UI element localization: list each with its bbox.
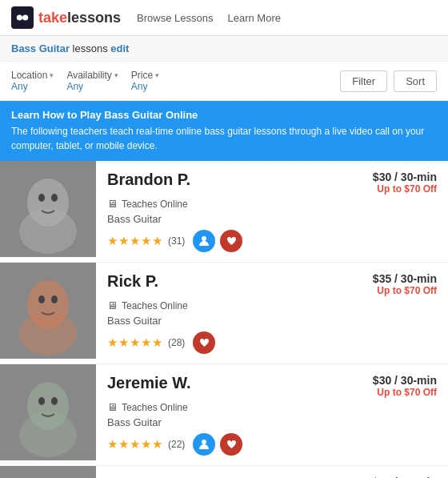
profile-button[interactable] xyxy=(193,230,215,252)
teacher-name: Jeremie W. xyxy=(107,374,191,392)
teacher-card: Rick P. $35 / 30-min Up to $70 Off 🖥 Tea… xyxy=(0,263,448,364)
info-banner: Learn How to Play Bass Guitar Online The… xyxy=(0,101,448,161)
teacher-specialty: Bass Guitar xyxy=(107,416,437,428)
review-count: (31) xyxy=(168,235,185,247)
price-chevron-icon: ▾ xyxy=(155,71,159,79)
teacher-header: Jeremie W. $30 / 30-min Up to $70 Off xyxy=(107,374,437,398)
teacher-price: $30 / 30-min xyxy=(373,374,437,387)
price-filter[interactable]: Price ▾ Any xyxy=(131,70,159,92)
stars-row: ★★★★★ (22) xyxy=(107,433,437,456)
teacher-photo xyxy=(0,466,96,478)
price-info: $35 / 30-min Up to $70 Off xyxy=(373,272,437,296)
teacher-photo xyxy=(0,364,96,465)
logo-icon xyxy=(11,6,34,29)
teacher-header: Rick P. $35 / 30-min Up to $70 Off xyxy=(107,272,437,296)
teaches-online-label: Teaches Online xyxy=(122,199,188,210)
favorite-button[interactable] xyxy=(220,230,242,252)
availability-filter-label: Availability ▾ xyxy=(66,70,118,81)
teacher-discount: Up to $70 Off xyxy=(373,183,437,195)
rating-stars: ★★★★★ xyxy=(107,335,163,350)
location-chevron-icon: ▾ xyxy=(50,71,54,79)
svg-point-5 xyxy=(51,194,58,202)
location-filter[interactable]: Location ▾ Any xyxy=(11,70,54,92)
profile-button[interactable] xyxy=(193,433,215,456)
availability-filter-value: Any xyxy=(66,81,118,92)
teacher-specialty: Bass Guitar xyxy=(107,213,437,225)
svg-point-10 xyxy=(51,295,58,303)
availability-filter[interactable]: Availability ▾ Any xyxy=(66,70,118,92)
teaches-online: 🖥 Teaches Online xyxy=(107,198,437,210)
teacher-discount: Up to $70 Off xyxy=(373,387,437,398)
teacher-photo xyxy=(0,263,96,364)
price-info: $30 / 30-min Up to $70 Off xyxy=(373,374,437,398)
teacher-name: Rick P. xyxy=(107,272,158,291)
nav-learn-more[interactable]: Learn More xyxy=(227,12,280,24)
teacher-info: Brandon P. $30 / 30-min Up to $70 Off 🖥 … xyxy=(96,161,448,262)
review-count: (28) xyxy=(168,337,185,348)
svg-point-13 xyxy=(38,397,45,405)
svg-point-4 xyxy=(38,194,45,202)
monitor-icon: 🖥 xyxy=(107,401,118,413)
banner-title: Learn How to Play Bass Guitar Online xyxy=(11,109,437,121)
teacher-name: Brandon P. xyxy=(107,171,190,189)
filter-sort-buttons: Filter Sort xyxy=(340,70,437,92)
teacher-info: Brian G. $50 / 45-min Up to $70 Off 🖥 Te… xyxy=(96,466,448,478)
breadcrumb: Bass Guitar lessons edit xyxy=(0,36,448,62)
price-filter-value: Any xyxy=(131,81,159,92)
svg-point-1 xyxy=(22,14,28,20)
logo-text: takelessons xyxy=(38,10,121,26)
availability-chevron-icon: ▾ xyxy=(114,71,118,79)
stars-row: ★★★★★ (28) xyxy=(107,331,437,354)
svg-point-9 xyxy=(38,295,45,303)
svg-point-3 xyxy=(19,209,77,254)
favorite-button[interactable] xyxy=(193,331,215,354)
nav-browse-lessons[interactable]: Browse Lessons xyxy=(137,12,213,24)
location-filter-value: Any xyxy=(11,81,54,92)
teaches-online: 🖥 Teaches Online xyxy=(107,401,437,413)
logo-accent: take xyxy=(38,10,67,26)
teaches-online-label: Teaches Online xyxy=(122,402,188,413)
teaches-online: 🖥 Teaches Online xyxy=(107,299,437,311)
rating-stars: ★★★★★ xyxy=(107,234,163,248)
svg-point-12 xyxy=(19,412,77,457)
teacher-card: Brandon P. $30 / 30-min Up to $70 Off 🖥 … xyxy=(0,161,448,263)
teacher-specialty: Bass Guitar xyxy=(107,315,437,327)
breadcrumb-subject[interactable]: Bass Guitar xyxy=(11,42,70,54)
teacher-discount: Up to $70 Off xyxy=(373,285,437,296)
location-filter-label: Location ▾ xyxy=(11,70,54,81)
svg-point-0 xyxy=(17,14,22,20)
rating-stars: ★★★★★ xyxy=(107,437,163,452)
monitor-icon: 🖥 xyxy=(107,198,118,210)
teacher-photo-img xyxy=(0,161,96,257)
teacher-photo-img xyxy=(0,263,96,359)
header: takelessons Browse Lessons Learn More xyxy=(0,0,448,36)
teacher-list: Brandon P. $30 / 30-min Up to $70 Off 🖥 … xyxy=(0,161,448,478)
sort-button[interactable]: Sort xyxy=(394,70,437,92)
monitor-icon: 🖥 xyxy=(107,299,118,311)
price-info: $30 / 30-min Up to $70 Off xyxy=(373,171,437,195)
svg-point-6 xyxy=(202,236,206,241)
stars-row: ★★★★★ (31) xyxy=(107,230,437,252)
teacher-info: Rick P. $35 / 30-min Up to $70 Off 🖥 Tea… xyxy=(96,263,448,364)
teacher-info: Jeremie W. $30 / 30-min Up to $70 Off 🖥 … xyxy=(96,364,448,465)
action-buttons xyxy=(193,331,215,354)
action-buttons xyxy=(193,230,242,252)
teaches-online-label: Teaches Online xyxy=(122,300,188,311)
teacher-card: Jeremie W. $30 / 30-min Up to $70 Off 🖥 … xyxy=(0,364,448,466)
action-buttons xyxy=(193,433,242,456)
teacher-price: $35 / 30-min xyxy=(373,272,437,285)
teacher-photo-img xyxy=(0,364,96,460)
svg-point-15 xyxy=(202,440,206,444)
review-count: (22) xyxy=(168,439,185,450)
teacher-header: Brandon P. $30 / 30-min Up to $70 Off xyxy=(107,171,437,195)
filters-bar: Location ▾ Any Availability ▾ Any Price … xyxy=(0,62,448,101)
breadcrumb-edit[interactable]: edit xyxy=(110,42,129,54)
filter-button[interactable]: Filter xyxy=(340,70,387,92)
teacher-photo xyxy=(0,161,96,262)
banner-description: The following teachers teach real-time o… xyxy=(11,124,437,153)
teacher-price: $30 / 30-min xyxy=(373,171,437,183)
favorite-button[interactable] xyxy=(220,433,242,456)
breadcrumb-suffix: lessons xyxy=(70,42,108,54)
svg-point-8 xyxy=(19,311,77,355)
logo[interactable]: takelessons xyxy=(11,6,121,29)
